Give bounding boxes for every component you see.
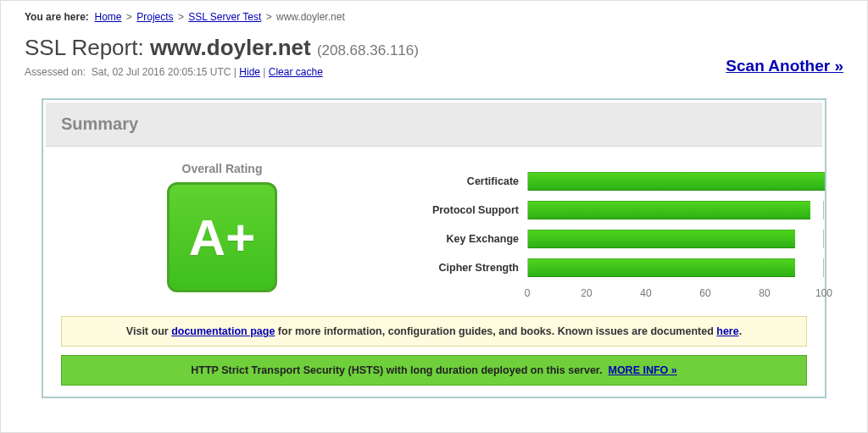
chart-track	[527, 230, 824, 248]
chart-bar	[528, 258, 795, 277]
chart-label: Certificate	[409, 175, 527, 187]
chart-row: Cipher Strength	[409, 258, 832, 277]
chart-row: Certificate	[409, 172, 832, 191]
chart-bar	[528, 172, 825, 191]
report-ip: (208.68.36.116)	[317, 42, 419, 58]
known-issues-link[interactable]: here	[716, 325, 738, 337]
rating-chart: CertificateProtocol SupportKey ExchangeC…	[409, 158, 832, 303]
chart-track	[527, 258, 824, 277]
summary-heading: Summary	[46, 103, 822, 147]
hsts-hint: HTTP Strict Transport Security (HSTS) wi…	[61, 355, 807, 386]
chart-track	[527, 201, 824, 219]
breadcrumb: You are here: Home > Projects > SSL Serv…	[25, 11, 843, 28]
report-prefix: SSL Report:	[25, 35, 150, 60]
documentation-link[interactable]: documentation page	[171, 325, 275, 337]
grade-badge: A+	[167, 182, 277, 292]
meta-line: Assessed on: Sat, 02 Jul 2016 20:05:15 U…	[25, 66, 843, 78]
breadcrumb-label: You are here:	[25, 11, 89, 23]
assessed-label: Assessed on:	[25, 66, 86, 78]
breadcrumb-ssl-test[interactable]: SSL Server Test	[188, 11, 261, 23]
overall-rating-label: Overall Rating	[61, 162, 383, 175]
breadcrumb-current: www.doyler.net	[276, 11, 345, 23]
scan-another-link[interactable]: Scan Another »	[726, 57, 843, 75]
overall-rating-panel: Overall Rating A+	[61, 158, 383, 303]
breadcrumb-home[interactable]: Home	[94, 11, 121, 23]
assessed-value: Sat, 02 Jul 2016 20:05:15 UTC	[92, 66, 231, 78]
chart-label: Cipher Strength	[409, 262, 527, 274]
hide-link[interactable]: Hide	[239, 66, 260, 78]
chart-bar	[528, 201, 810, 219]
page-title: SSL Report: www.doyler.net (208.68.36.11…	[25, 35, 843, 61]
chart-label: Protocol Support	[409, 204, 527, 216]
breadcrumb-projects[interactable]: Projects	[136, 11, 173, 23]
summary-box: Summary Overall Rating A+ CertificatePro…	[42, 98, 826, 398]
chart-row: Key Exchange	[409, 230, 832, 248]
chart-track	[527, 172, 824, 191]
documentation-hint: Visit our documentation page for more in…	[61, 316, 807, 347]
chart-bar	[528, 230, 795, 248]
report-host: www.doyler.net	[150, 35, 311, 60]
chart-axis: 020406080100	[527, 287, 832, 303]
clear-cache-link[interactable]: Clear cache	[269, 66, 323, 78]
chart-row: Protocol Support	[409, 201, 832, 219]
hsts-more-link[interactable]: MORE INFO »	[608, 364, 676, 376]
chart-label: Key Exchange	[409, 233, 527, 245]
